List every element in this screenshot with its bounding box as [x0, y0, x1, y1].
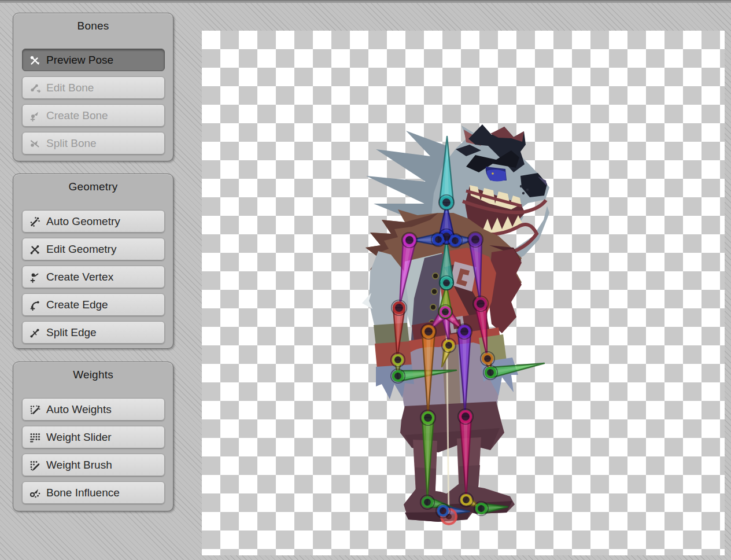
joint-hip-right[interactable] [457, 324, 472, 339]
sprite-canvas[interactable] [202, 31, 725, 555]
joint-clav-left[interactable] [431, 233, 445, 246]
joint-shoulder-right[interactable] [468, 232, 483, 247]
bones-panel: Bones Preview Pose Edit Bone Create Bone [13, 13, 173, 161]
button-label: Create Edge [46, 299, 108, 311]
geometry-panel: Geometry Auto Geometry Edit Geometry Cre… [13, 174, 173, 349]
joint-shoulder-left[interactable] [402, 233, 417, 248]
weight-slider-icon [28, 431, 41, 444]
eye [487, 170, 506, 182]
auto-weights-button[interactable]: Auto Weights [22, 398, 165, 421]
auto-geometry-button[interactable]: Auto Geometry [22, 210, 165, 233]
button-label: Split Edge [46, 326, 97, 339]
joint-belly[interactable] [440, 276, 453, 290]
joint-neck[interactable] [439, 195, 454, 210]
joint-elbow-right[interactable] [473, 296, 488, 311]
button-label: Create Bone [46, 109, 108, 122]
auto-geometry-icon [28, 215, 41, 228]
weights-panel-title: Weights [13, 362, 173, 381]
joint-foot-right[interactable] [474, 502, 488, 515]
create-vertex-icon [28, 271, 41, 283]
split-bone-button[interactable]: Split Bone [22, 132, 165, 154]
joint-tail[interactable] [442, 338, 456, 352]
joint-elbow-left[interactable] [392, 300, 407, 315]
edit-bone-icon [28, 82, 41, 94]
preview-pose-icon [28, 54, 41, 67]
split-edge-icon [28, 326, 41, 339]
weight-brush-button[interactable]: Weight Brush [22, 454, 165, 476]
preview-pose-button[interactable]: Preview Pose [22, 49, 165, 71]
joint-ankle-right[interactable] [459, 493, 473, 507]
create-edge-icon [28, 299, 41, 311]
button-label: Bone Influence [46, 487, 120, 499]
button-label: Create Vertex [46, 271, 113, 283]
window-top-edge [0, 0, 731, 3]
button-label: Preview Pose [46, 54, 113, 67]
button-label: Split Bone [46, 137, 97, 150]
weight-slider-button[interactable]: Weight Slider [22, 426, 165, 448]
create-edge-button[interactable]: Create Edge [22, 293, 165, 316]
button-label: Auto Weights [46, 403, 112, 416]
weights-panel: Weights Auto Weights Weight Slider Weigh… [13, 362, 173, 511]
bone-influence-icon [28, 487, 41, 499]
split-edge-button[interactable]: Split Edge [22, 321, 165, 344]
joint-ankle-left[interactable] [420, 495, 434, 509]
bone-influence-button[interactable]: Bone Influence [22, 481, 165, 504]
joint-hand-left[interactable] [391, 369, 405, 383]
edit-geometry-button[interactable]: Edit Geometry [22, 238, 165, 260]
joint-toe-left[interactable] [436, 504, 450, 518]
geometry-panel-title: Geometry [13, 174, 173, 193]
create-vertex-button[interactable]: Create Vertex [22, 266, 165, 288]
edit-bone-button[interactable]: Edit Bone [22, 76, 165, 99]
button-label: Auto Geometry [46, 215, 120, 228]
button-label: Edit Geometry [46, 243, 116, 256]
bones-panel-title: Bones [13, 13, 173, 32]
joint-wrist-left[interactable] [391, 353, 405, 367]
joint-clav-right[interactable] [448, 234, 462, 248]
eye-glint [492, 172, 494, 175]
create-bone-button[interactable]: Create Bone [22, 104, 165, 127]
joint-wrist-right[interactable] [481, 352, 494, 366]
joint-hip-left[interactable] [421, 324, 436, 339]
weight-brush-icon [28, 459, 41, 471]
button-label: Edit Bone [46, 82, 94, 94]
joint-knee-left[interactable] [420, 410, 435, 425]
create-bone-icon [28, 109, 41, 122]
joint-hand-right[interactable] [483, 366, 497, 380]
button-label: Weight Slider [46, 431, 112, 444]
button-label: Weight Brush [46, 459, 112, 471]
joint-knee-right[interactable] [458, 409, 473, 424]
joint-pelvis[interactable] [438, 305, 452, 319]
edit-geometry-icon [28, 243, 41, 256]
split-bone-icon [28, 137, 41, 150]
canvas-svg [202, 31, 725, 555]
auto-weights-icon [28, 403, 41, 416]
